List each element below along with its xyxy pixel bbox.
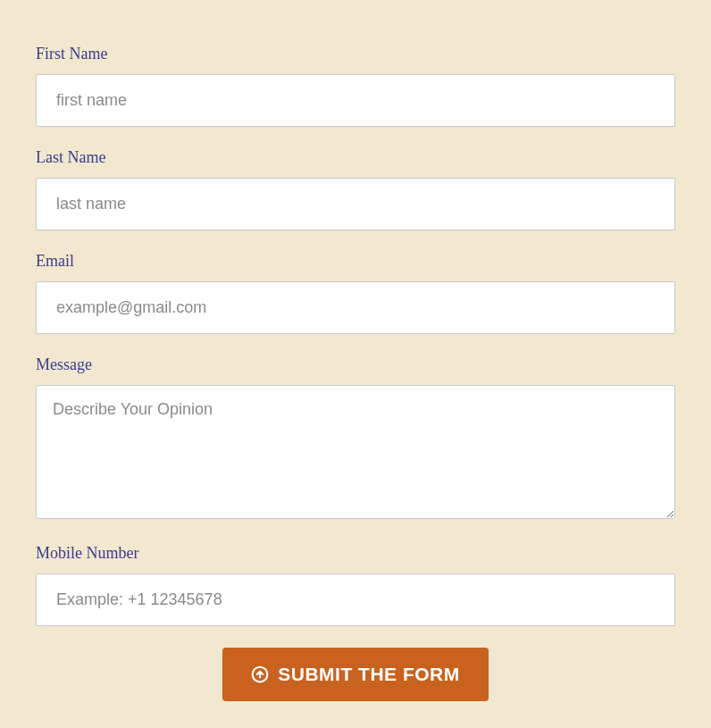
submit-container: SUBMIT THE FORM [36, 648, 675, 701]
last-name-label: Last Name [36, 148, 675, 167]
contact-form: First Name Last Name Email Message Mobil… [36, 45, 675, 701]
first-name-input[interactable] [36, 74, 675, 127]
email-label: Email [36, 252, 675, 271]
mobile-input[interactable] [36, 573, 675, 626]
message-textarea[interactable] [36, 385, 675, 519]
email-input[interactable] [36, 281, 675, 334]
message-group: Message [36, 356, 675, 523]
email-group: Email [36, 252, 675, 334]
upload-circle-icon [251, 665, 269, 683]
message-label: Message [36, 356, 675, 374]
mobile-group: Mobile Number [36, 544, 675, 626]
submit-button-label: SUBMIT THE FORM [278, 664, 459, 685]
submit-button[interactable]: SUBMIT THE FORM [222, 648, 488, 701]
last-name-input[interactable] [36, 178, 675, 230]
mobile-label: Mobile Number [36, 544, 675, 563]
first-name-group: First Name [36, 45, 675, 127]
first-name-label: First Name [36, 45, 675, 63]
last-name-group: Last Name [36, 148, 675, 230]
